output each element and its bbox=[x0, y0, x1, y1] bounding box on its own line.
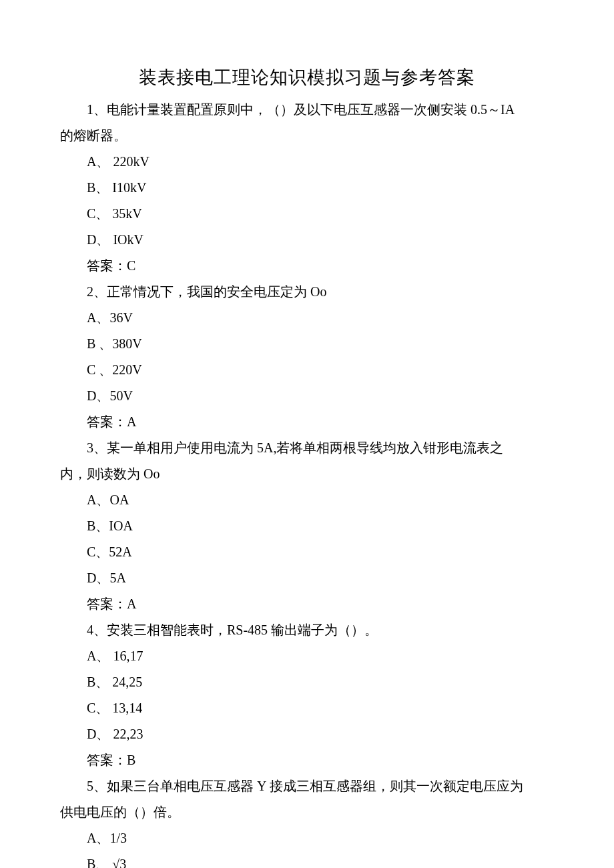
q1-stem-line2: 的熔断器。 bbox=[60, 123, 554, 149]
q5-option-a: A、1/3 bbox=[60, 825, 554, 851]
q4-option-c: C、 13,14 bbox=[60, 695, 554, 721]
q5-option-b: B、 √3 bbox=[60, 851, 554, 868]
q1-option-d: D、 IOkV bbox=[60, 227, 554, 253]
q4-option-a: A、 16,17 bbox=[60, 643, 554, 669]
q3-option-b: B、IOA bbox=[60, 513, 554, 539]
document-page: 装表接电工理论知识模拟习题与参考答案 1、电能计量装置配置原则中，（）及以下电压… bbox=[0, 0, 614, 868]
q1-stem-line1: 1、电能计量装置配置原则中，（）及以下电压互感器一次侧安装 0.5～IA bbox=[60, 97, 554, 123]
q2-answer: 答案：A bbox=[60, 409, 554, 435]
q4-answer: 答案：B bbox=[60, 747, 554, 773]
q3-stem-line1: 3、某一单相用户使用电流为 5A,若将单相两根导线均放入钳形电流表之 bbox=[60, 435, 554, 461]
q3-option-a: A、OA bbox=[60, 487, 554, 513]
q2-option-c: C 、220V bbox=[60, 357, 554, 383]
q5-stem-line2: 供电电压的（）倍。 bbox=[60, 799, 554, 825]
q2-option-a: A、36V bbox=[60, 305, 554, 331]
q3-answer: 答案：A bbox=[60, 591, 554, 617]
q3-stem-line2: 内，则读数为 Oo bbox=[60, 461, 554, 487]
q1-option-c: C、 35kV bbox=[60, 201, 554, 227]
q4-option-d: D、 22,23 bbox=[60, 721, 554, 747]
q2-option-b: B 、380V bbox=[60, 331, 554, 357]
q1-option-a: A、 220kV bbox=[60, 149, 554, 175]
q5-stem-line1: 5、如果三台单相电压互感器 Y 接成三相互感器组，则其一次额定电压应为 bbox=[60, 773, 554, 799]
q1-answer: 答案：C bbox=[60, 253, 554, 279]
q2-stem-line1: 2、正常情况下，我国的安全电压定为 Oo bbox=[60, 279, 554, 305]
q4-stem-line1: 4、安装三相智能表时，RS-485 输出端子为（）。 bbox=[60, 617, 554, 643]
page-title: 装表接电工理论知识模拟习题与参考答案 bbox=[60, 60, 554, 95]
q3-option-d: D、5A bbox=[60, 565, 554, 591]
q4-option-b: B、 24,25 bbox=[60, 669, 554, 695]
q2-option-d: D、50V bbox=[60, 383, 554, 409]
q3-option-c: C、52A bbox=[60, 539, 554, 565]
q1-option-b: B、 I10kV bbox=[60, 175, 554, 201]
